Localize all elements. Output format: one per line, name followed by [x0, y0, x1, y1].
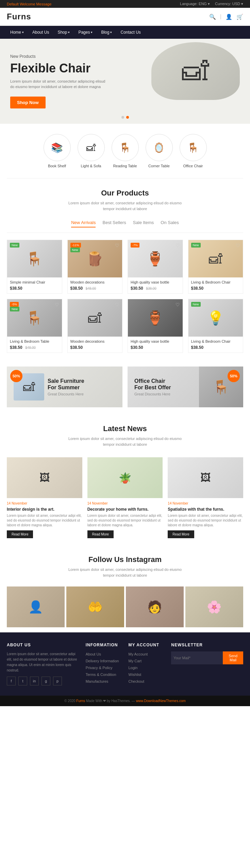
- news-card[interactable]: 🖼 14 November Interior design is the art…: [7, 457, 82, 538]
- product-badge: New: [191, 243, 201, 248]
- sale-banner-title: Office ChairFor Best Offer: [134, 378, 171, 391]
- footer-link-terms[interactable]: Terms & Condition: [86, 673, 116, 677]
- product-image: 🛋: [68, 299, 122, 337]
- footer-link-mycart[interactable]: My Cart: [129, 659, 142, 663]
- news-grid: 🖼 14 November Interior design is the art…: [0, 450, 250, 545]
- nav-about[interactable]: About Us: [29, 26, 52, 39]
- newsletter-input[interactable]: [171, 651, 223, 664]
- logo[interactable]: Furns: [7, 12, 31, 21]
- product-card[interactable]: -5% New ♡ 🪑 Living & Bedroom Table $38.5…: [7, 299, 62, 353]
- product-price: $38.50: [10, 286, 22, 291]
- sale-banners: 50% 🛋 Sale FurnitureFor Summer Great Dis…: [0, 360, 250, 414]
- sale-banner-subtitle: Great Discounts Here: [48, 392, 84, 396]
- header: Furns 🔍 | 👤 🛒: [0, 8, 250, 26]
- footer-bottom-text: © 2020 Furns Made With ❤ by HasThemes. —: [64, 699, 136, 703]
- nav-home[interactable]: Home ▾: [7, 26, 27, 39]
- footer-link-manufactures[interactable]: Manufactures: [86, 679, 109, 683]
- shop-now-button[interactable]: Shop Now: [10, 97, 46, 108]
- footer-link-delivery[interactable]: Delivery Information: [86, 659, 119, 663]
- read-more-button[interactable]: Read More: [7, 530, 33, 538]
- news-title: Interior design is the art.: [7, 507, 82, 512]
- product-price: $38.50: [70, 286, 83, 291]
- newsletter-submit-button[interactable]: Send Mail: [223, 651, 243, 664]
- footer-link-wishlist[interactable]: Wishlist: [129, 673, 141, 677]
- wishlist-icon[interactable]: ♡: [176, 302, 180, 307]
- wishlist-icon[interactable]: ♡: [55, 243, 59, 248]
- footer-link-about[interactable]: About Us: [86, 652, 101, 656]
- facebook-icon[interactable]: f: [7, 677, 16, 685]
- read-more-button[interactable]: Read More: [168, 530, 194, 538]
- product-card[interactable]: ♡ 🛋 Wooden decorations $38.50: [67, 299, 123, 353]
- tab-best-sellers[interactable]: Best Sellers: [102, 220, 126, 227]
- footer-info-title: INFORMATION: [86, 643, 122, 647]
- news-description: Lorem ipsum dolor sit amer, consectetur …: [7, 513, 82, 528]
- pinterest-icon[interactable]: p: [53, 677, 62, 685]
- instagram-image[interactable]: 👤: [7, 586, 65, 627]
- footer-link-checkout[interactable]: Checkout: [129, 679, 144, 683]
- download-themes-link[interactable]: www.DownloadNewThemes.com: [136, 699, 186, 703]
- category-corner-table[interactable]: 🪞 Corner Table: [146, 134, 173, 168]
- twitter-icon[interactable]: t: [18, 677, 27, 685]
- linkedin-icon[interactable]: in: [30, 677, 39, 685]
- sale-banner-content: Sale FurnitureFor Summer Great Discounts…: [48, 378, 84, 396]
- product-name: Simple minimal Chair: [10, 280, 59, 284]
- google-icon[interactable]: g: [41, 677, 50, 685]
- wishlist-icon[interactable]: ♡: [115, 302, 119, 307]
- tab-sale-items[interactable]: Sale Items: [133, 220, 154, 227]
- product-card[interactable]: -11% New ♡ 🪵 Wooden decorations $38.50 $…: [67, 240, 123, 294]
- tab-new-arrivals[interactable]: New Arrivals: [71, 220, 96, 227]
- instagram-image[interactable]: 🤲: [66, 586, 124, 627]
- user-icon[interactable]: 👤: [226, 14, 232, 20]
- nav-blog[interactable]: Blog ▾: [98, 26, 115, 39]
- category-bookshelf[interactable]: 📚 Book Shelf: [44, 134, 71, 168]
- product-price: $30.50: [131, 286, 143, 291]
- welcome-message[interactable]: Default Welcome Message: [7, 2, 51, 6]
- footer-brand-link[interactable]: Furns: [76, 699, 85, 703]
- news-section-title: Latest News Lorem ipsum dolor sit amer, …: [0, 414, 250, 450]
- currency-selector[interactable]: Currency: USD ▾: [215, 2, 243, 6]
- news-card[interactable]: 🪴 14 November Decorate your home with fu…: [87, 457, 163, 538]
- footer-link-login[interactable]: Login: [129, 666, 138, 670]
- nav-contact[interactable]: Contact Us: [117, 26, 144, 39]
- category-reading-table[interactable]: 🪑 Reading Table: [112, 134, 139, 168]
- footer-link-privacy[interactable]: Privacy & Policy: [86, 666, 113, 670]
- product-card[interactable]: New ♡ 🪑 Simple minimal Chair $38.50: [7, 240, 62, 294]
- wishlist-icon[interactable]: ♡: [176, 243, 180, 248]
- product-card[interactable]: New ♡ 💡 Living & Bedroom Chair $38.50: [188, 299, 244, 353]
- header-icons: 🔍 | 👤 🛒: [209, 14, 243, 20]
- tab-on-sales[interactable]: On Sales: [161, 220, 179, 227]
- category-office-chair[interactable]: 🪑 Office Chair: [180, 134, 207, 168]
- hero-dots: [121, 116, 129, 119]
- wishlist-icon[interactable]: ♡: [236, 302, 240, 307]
- language-selector[interactable]: Language: ENG ▾: [180, 2, 210, 6]
- hero-dot-2[interactable]: [126, 116, 129, 119]
- news-description: Lorem ipsum dolor sit amer, consectetur …: [168, 513, 243, 528]
- sale-banner-summer[interactable]: 50% 🛋 Sale FurnitureFor Summer Great Dis…: [7, 367, 122, 407]
- footer-info: INFORMATION About Us Delivery Informatio…: [86, 643, 122, 685]
- read-more-button[interactable]: Read More: [87, 530, 114, 538]
- search-icon[interactable]: 🔍: [209, 14, 216, 20]
- wishlist-icon[interactable]: ♡: [115, 243, 119, 248]
- instagram-image[interactable]: 🧑: [126, 586, 184, 627]
- instagram-image[interactable]: 🌸: [185, 586, 243, 627]
- sale-banner-office[interactable]: Office ChairFor Best Offer Great Discoun…: [128, 367, 243, 407]
- product-card[interactable]: -7% ♡ 🏺 High quality vase bottle $30.50 …: [128, 240, 183, 294]
- nav-pages[interactable]: Pages ▾: [75, 26, 96, 39]
- news-card[interactable]: 🖼 14 November Spatialize with that the f…: [168, 457, 243, 538]
- sale-badge: 50%: [228, 370, 240, 382]
- hero-dot-1[interactable]: [121, 116, 124, 119]
- footer-newsletter-title: NEWSLETTER: [171, 643, 243, 647]
- wishlist-icon[interactable]: ♡: [236, 243, 240, 248]
- product-old-price: $48.00: [86, 287, 96, 290]
- product-card[interactable]: New ♡ 🛋 Living & Bedroom Chair $38.50: [188, 240, 244, 294]
- category-light-sofa[interactable]: 🛋 Light & Sofa: [78, 134, 105, 168]
- product-image: 🏺: [128, 299, 183, 337]
- products-description: Lorem ipsum dolor sit amer, consectetur …: [66, 200, 185, 211]
- product-card[interactable]: ♡ 🏺 High quality vase bottle $30.50: [128, 299, 183, 353]
- news-image: 🖼: [7, 457, 82, 498]
- footer-link-myaccount[interactable]: My Account: [129, 652, 148, 656]
- cart-icon[interactable]: 🛒: [236, 14, 243, 20]
- nav-shop[interactable]: Shop ▾: [54, 26, 73, 39]
- wishlist-icon[interactable]: ♡: [55, 302, 59, 307]
- products-section-title: Our Products Lorem ipsum dolor sit amer,…: [0, 178, 250, 215]
